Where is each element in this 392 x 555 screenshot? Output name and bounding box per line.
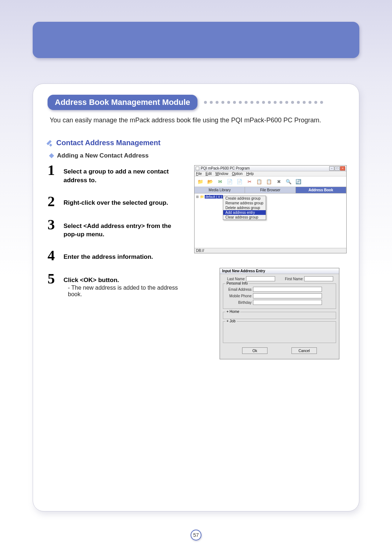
cancel-button[interactable]: Cancel (291, 347, 317, 354)
app-icon (196, 167, 199, 170)
intro-text: You can easily manage the mPack address … (48, 117, 344, 124)
step-text: Select a group to add a new contact addr… (64, 164, 185, 185)
tab-address-book[interactable]: Address Book (296, 187, 346, 193)
home-legend: + Home (225, 310, 240, 314)
personal-info-legend: Personal Info (225, 281, 249, 285)
subheading-text: Contact Address Management (56, 139, 160, 147)
step-1: 1 Select a group to add a new contact ad… (48, 164, 185, 185)
status-bar: DB:// (195, 248, 346, 253)
mobile-input[interactable] (253, 293, 322, 298)
app-toolbar: 📁 📂 ✉ 📄 📄 ✂ 📋 📋 ✖ 🔍 🔄 (195, 176, 346, 187)
section-title-pill: Address Book Management Module (48, 95, 197, 110)
step-2: 2 Right-click over the selected group. (48, 195, 185, 208)
last-name-input[interactable] (246, 276, 275, 281)
steps-column: 1 Select a group to add a new contact ad… (48, 164, 185, 359)
toolbar-icon[interactable]: 🔄 (295, 178, 302, 185)
toolbar-icon[interactable]: 📂 (207, 178, 214, 185)
step-number: 4 (48, 249, 60, 262)
tree-view: ⊞ 📁 default ( 0 ) (196, 195, 223, 199)
first-name-input[interactable] (304, 276, 333, 281)
ctx-delete-group[interactable]: Delete address group (223, 205, 266, 210)
app-tabs: Media Library File Browser Address Book (195, 187, 346, 193)
ctx-rename-group[interactable]: Rename address group (223, 201, 266, 205)
address-entry-dialog: Input New Address Entry Last Name First … (220, 268, 339, 359)
menu-file[interactable]: File (196, 172, 202, 176)
tree-item-default[interactable]: default ( 0 ) (205, 195, 223, 199)
diamond-icon (49, 153, 54, 158)
step-3: 3 Select <Add address entry> from the po… (48, 218, 185, 239)
menu-edit[interactable]: Edit (205, 172, 212, 176)
step-text: Right-click over the selected group. (64, 195, 168, 207)
context-menu: Create address group Rename address grou… (223, 196, 266, 220)
toolbar-icon[interactable]: 📄 (236, 178, 243, 185)
menu-window[interactable]: Window (215, 172, 228, 176)
email-label: Email Address (225, 287, 252, 291)
birthday-input[interactable] (253, 300, 322, 305)
personal-info-fieldset: Personal Info Email Address Mobile Phone… (223, 283, 336, 309)
toolbar-icon[interactable]: ✂ (246, 178, 253, 185)
decorative-dots (202, 101, 344, 104)
tab-media-library[interactable]: Media Library (195, 187, 245, 193)
app-titlebar: PQI mPack-P600 PC Program – □ × (195, 166, 346, 171)
home-expander[interactable]: + Home (223, 312, 336, 319)
toolbar-icon[interactable]: 📋 (265, 178, 273, 185)
toolbar-icon[interactable]: 📁 (197, 178, 204, 185)
ctx-add-entry[interactable]: Add address entry (223, 210, 266, 215)
section-header: Address Book Management Module (48, 95, 344, 110)
dialog-title: Input New Address Entry (220, 268, 339, 274)
app-menubar: File Edit Window Option Help (195, 171, 346, 176)
content-box: Address Book Management Module You can e… (33, 83, 359, 511)
step-text: Select <Add address entry> from the pop-… (64, 218, 185, 239)
app-window: PQI mPack-P600 PC Program – □ × File Edi… (194, 165, 347, 253)
birthday-label: Birthday (225, 301, 252, 305)
step-text: Enter the address information. (64, 249, 153, 261)
sub-subheading-text: Adding a New Contact Address (57, 152, 149, 159)
ctx-clear-group[interactable]: Clear address group (223, 215, 266, 220)
app-title: PQI mPack-P600 PC Program (199, 166, 329, 170)
toolbar-icon[interactable]: 📄 (226, 178, 233, 185)
toolbar-icon[interactable]: 📋 (256, 178, 263, 185)
step-note: - The new address is added to the addres… (64, 285, 185, 298)
ctx-create-group[interactable]: Create address group (223, 196, 266, 201)
menu-help[interactable]: Help (246, 172, 254, 176)
top-banner (33, 22, 359, 58)
toolbar-icon[interactable]: ✖ (275, 178, 282, 185)
diamond-cluster-icon (48, 140, 53, 146)
first-name-label: First Name (281, 277, 303, 281)
folder-icon: 📁 (200, 195, 204, 199)
toolbar-icon[interactable]: ✉ (216, 178, 224, 185)
step-4: 4 Enter the address information. (48, 249, 185, 262)
job-legend: + Job (225, 319, 237, 323)
step-5: 5 Click <OK> button. - The new address i… (48, 272, 185, 298)
sub-subheading: Adding a New Contact Address (48, 152, 344, 159)
minimize-button[interactable]: – (329, 166, 334, 171)
step-text: Click <OK> button. (64, 272, 185, 285)
tab-file-browser[interactable]: File Browser (245, 187, 295, 193)
menu-option[interactable]: Option (232, 172, 242, 176)
page-number: 57 (191, 530, 201, 540)
mobile-label: Mobile Phone (225, 294, 252, 298)
ok-button[interactable]: Ok (242, 347, 268, 354)
step-number: 3 (48, 218, 60, 231)
step-number: 1 (48, 164, 60, 177)
last-name-label: Last Name (223, 277, 245, 281)
step-number: 2 (48, 195, 60, 208)
close-button[interactable]: × (340, 166, 345, 171)
job-expander[interactable]: + Job (223, 321, 336, 343)
figures-column: PQI mPack-P600 PC Program – □ × File Edi… (194, 164, 347, 359)
toolbar-icon[interactable]: 🔍 (285, 178, 292, 185)
subheading: Contact Address Management (48, 139, 344, 147)
app-body: ⊞ 📁 default ( 0 ) Create address group R… (195, 193, 346, 248)
maximize-button[interactable]: □ (335, 166, 340, 171)
step-number: 5 (48, 272, 60, 285)
email-input[interactable] (253, 287, 322, 292)
